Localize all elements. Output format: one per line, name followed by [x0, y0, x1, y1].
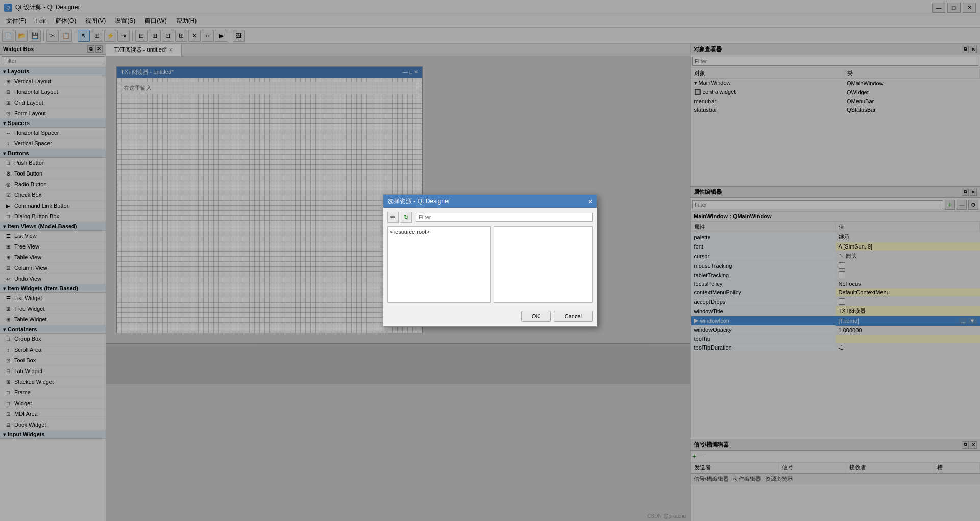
- modal-left-panel[interactable]: <resource root>: [387, 226, 491, 303]
- modal-right-panel[interactable]: [494, 226, 593, 303]
- modal-close-icon[interactable]: ✕: [587, 198, 593, 205]
- modal-toolbar: ✏ ↻: [387, 212, 593, 223]
- resource-root-item[interactable]: <resource root>: [390, 229, 488, 235]
- modal-refresh-btn[interactable]: ↻: [401, 212, 412, 223]
- modal-title: 选择资源 - Qt Designer: [387, 197, 450, 206]
- modal-ok-btn[interactable]: OK: [521, 311, 551, 322]
- modal-title-bar: 选择资源 - Qt Designer ✕: [383, 195, 597, 208]
- modal-footer: OK Cancel: [383, 307, 597, 326]
- modal-dialog: 选择资源 - Qt Designer ✕ ✏ ↻ <resource root>…: [383, 194, 597, 327]
- modal-panels: <resource root>: [387, 226, 593, 303]
- modal-body: ✏ ↻ <resource root>: [383, 208, 597, 307]
- modal-filter-input[interactable]: [416, 213, 593, 222]
- modal-overlay: 选择资源 - Qt Designer ✕ ✏ ↻ <resource root>…: [0, 0, 980, 521]
- modal-edit-btn[interactable]: ✏: [387, 212, 399, 223]
- modal-cancel-btn[interactable]: Cancel: [554, 311, 593, 322]
